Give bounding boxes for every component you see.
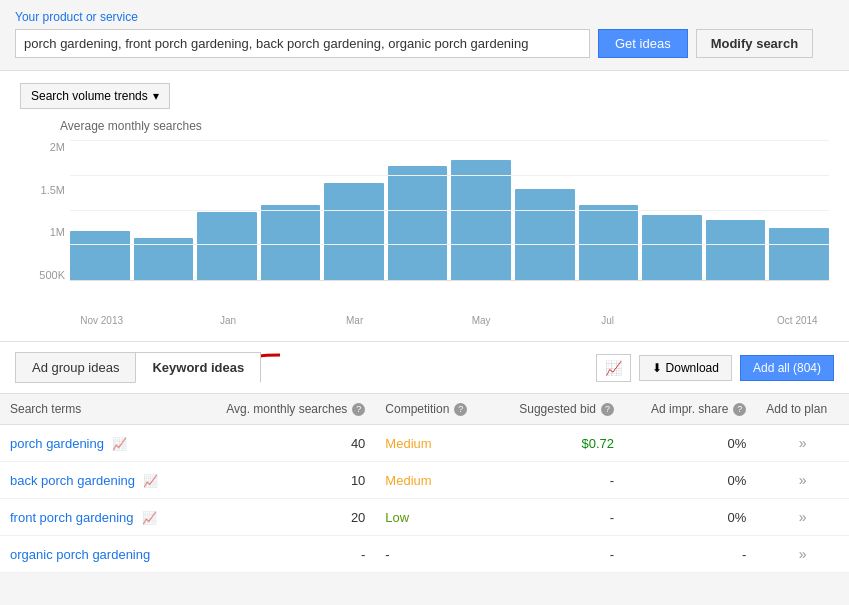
avg-monthly-cell: - <box>193 536 376 573</box>
chart-bar <box>706 220 766 280</box>
y-label-2m: 2M <box>20 141 65 153</box>
chart-bar <box>197 212 257 280</box>
download-icon: ⬇ <box>652 361 662 375</box>
chart-dropdown-label: Search volume trends <box>31 89 148 103</box>
chart-header: Search volume trends ▾ <box>20 83 829 109</box>
add-to-plan-cell[interactable]: » <box>756 499 849 536</box>
bid-value: $0.72 <box>581 436 614 451</box>
keyword-term-link[interactable]: porch gardening <box>10 436 104 451</box>
search-input[interactable] <box>15 29 590 58</box>
suggested-bid-cell: - <box>492 462 624 499</box>
bar-group <box>769 228 829 280</box>
add-to-plan-cell[interactable]: » <box>756 462 849 499</box>
chart-bar <box>451 160 511 280</box>
add-to-plan-cell[interactable]: » <box>756 425 849 462</box>
suggested-bid-cell: $0.72 <box>492 425 624 462</box>
add-to-plan-icon[interactable]: » <box>799 435 807 451</box>
chart-view-icon: 📈 <box>605 360 622 376</box>
table-header-row: Search terms Avg. monthly searches ? Com… <box>0 394 849 425</box>
header-search-terms: Search terms <box>0 394 193 425</box>
x-axis-labels: Nov 2013DecJanFebMarAprMayJunJulAugSepOc… <box>20 315 829 326</box>
get-ideas-button[interactable]: Get ideas <box>598 29 688 58</box>
table-row: front porch gardening📈20Low-0%» <box>0 499 849 536</box>
bar-group <box>70 231 130 280</box>
competition-value: Low <box>385 510 409 525</box>
ad-impr-share-cell: - <box>624 536 756 573</box>
chart-bar <box>324 183 384 281</box>
keyword-term-link[interactable]: front porch gardening <box>10 510 134 525</box>
suggested-bid-help-icon[interactable]: ? <box>601 403 614 416</box>
bar-group <box>197 212 257 280</box>
chart-dropdown-button[interactable]: Search volume trends ▾ <box>20 83 170 109</box>
x-axis-label: Oct 2014 <box>766 315 829 326</box>
tabs-left: Ad group ideas Keyword ideas <box>15 352 261 383</box>
x-axis-label: Mar <box>323 315 386 326</box>
competition-cell: Medium <box>375 425 492 462</box>
competition-cell: - <box>375 536 492 573</box>
product-label: Your product or service <box>15 10 834 24</box>
search-row: Get ideas Modify search <box>15 29 834 58</box>
x-axis-label: Jan <box>197 315 260 326</box>
ad-impr-help-icon[interactable]: ? <box>733 403 746 416</box>
table-row: porch gardening📈40Medium$0.720%» <box>0 425 849 462</box>
tabs-right: 📈 ⬇ Download Add all (804) <box>596 354 834 382</box>
avg-monthly-help-icon[interactable]: ? <box>352 403 365 416</box>
bar-group <box>324 183 384 281</box>
ad-impr-share-cell: 0% <box>624 425 756 462</box>
chart-container: 2M 1.5M 1M 500K <box>20 141 829 311</box>
y-label-1m: 1M <box>20 226 65 238</box>
ad-impr-share-cell: 0% <box>624 462 756 499</box>
competition-cell: Low <box>375 499 492 536</box>
modify-search-button[interactable]: Modify search <box>696 29 813 58</box>
mini-chart-icon[interactable]: 📈 <box>143 474 158 488</box>
chart-bar <box>515 189 575 280</box>
table-section: Search terms Avg. monthly searches ? Com… <box>0 394 849 573</box>
avg-monthly-cell: 10 <box>193 462 376 499</box>
add-to-plan-cell[interactable]: » <box>756 536 849 573</box>
chart-title: Average monthly searches <box>20 119 829 133</box>
keyword-term-link[interactable]: back porch gardening <box>10 473 135 488</box>
header-suggested-bid: Suggested bid ? <box>492 394 624 425</box>
add-all-button[interactable]: Add all (804) <box>740 355 834 381</box>
bar-group <box>451 160 511 280</box>
add-to-plan-icon[interactable]: » <box>799 509 807 525</box>
chart-section: Search volume trends ▾ Average monthly s… <box>0 70 849 342</box>
keyword-term-link[interactable]: organic porch gardening <box>10 547 150 562</box>
bar-group <box>579 205 639 280</box>
suggested-bid-cell: - <box>492 499 624 536</box>
chart-bars-area <box>70 141 829 281</box>
header-add-to-plan: Add to plan <box>756 394 849 425</box>
add-to-plan-icon[interactable]: » <box>799 546 807 562</box>
tabs-and-actions: Ad group ideas Keyword ideas 📈 ⬇ Downloa… <box>0 342 849 394</box>
suggested-bid-cell: - <box>492 536 624 573</box>
chart-bar <box>769 228 829 280</box>
table-row: back porch gardening📈10Medium-0%» <box>0 462 849 499</box>
competition-help-icon[interactable]: ? <box>454 403 467 416</box>
download-button[interactable]: ⬇ Download <box>639 355 732 381</box>
chart-view-button[interactable]: 📈 <box>596 354 631 382</box>
table-row: organic porch gardening----» <box>0 536 849 573</box>
bar-group <box>706 220 766 280</box>
x-axis-label: Jul <box>576 315 639 326</box>
bar-group <box>261 205 321 280</box>
chart-bar <box>70 231 130 280</box>
top-section: Your product or service Get ideas Modify… <box>0 0 849 70</box>
chart-bar <box>388 166 448 280</box>
competition-value: Medium <box>385 473 431 488</box>
x-axis-label: Nov 2013 <box>70 315 133 326</box>
header-avg-monthly: Avg. monthly searches ? <box>193 394 376 425</box>
tab-ad-group-ideas[interactable]: Ad group ideas <box>15 352 135 383</box>
y-axis-labels: 2M 1.5M 1M 500K <box>20 141 65 281</box>
chevron-down-icon: ▾ <box>153 89 159 103</box>
add-to-plan-icon[interactable]: » <box>799 472 807 488</box>
ad-impr-share-cell: 0% <box>624 499 756 536</box>
bar-group <box>515 189 575 280</box>
avg-monthly-cell: 40 <box>193 425 376 462</box>
mini-chart-icon[interactable]: 📈 <box>112 437 127 451</box>
tab-keyword-ideas[interactable]: Keyword ideas <box>135 352 261 383</box>
competition-cell: Medium <box>375 462 492 499</box>
avg-monthly-cell: 20 <box>193 499 376 536</box>
mini-chart-icon[interactable]: 📈 <box>142 511 157 525</box>
y-label-500k: 500K <box>20 269 65 281</box>
competition-value: Medium <box>385 436 431 451</box>
